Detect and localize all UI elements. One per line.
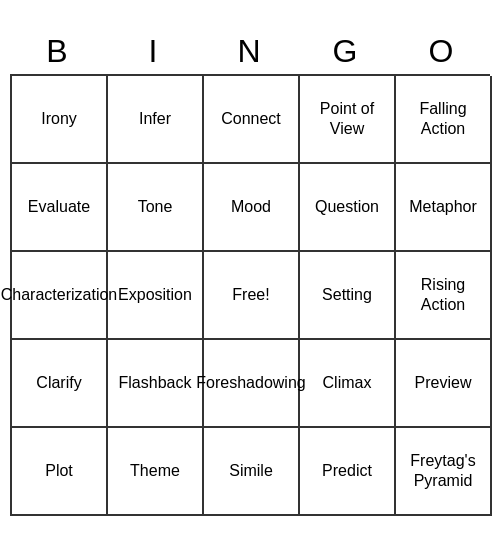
bingo-cell: Infer — [108, 76, 204, 164]
cell-text: Mood — [231, 197, 271, 216]
bingo-cell: Falling Action — [396, 76, 492, 164]
bingo-cell: Climax — [300, 340, 396, 428]
bingo-header: BINGO — [10, 29, 490, 74]
cell-text: Simile — [229, 461, 273, 480]
bingo-cell: Evaluate — [12, 164, 108, 252]
bingo-cell: Predict — [300, 428, 396, 516]
bingo-cell: Theme — [108, 428, 204, 516]
bingo-cell: Point of View — [300, 76, 396, 164]
cell-text: Theme — [130, 461, 180, 480]
bingo-cell: Foreshadowing — [204, 340, 300, 428]
bingo-cell: Clarify — [12, 340, 108, 428]
cell-text: Preview — [415, 373, 472, 392]
bingo-cell: Flashback — [108, 340, 204, 428]
cell-text: Connect — [221, 109, 281, 128]
cell-text: Free! — [232, 285, 269, 304]
cell-text: Setting — [322, 285, 372, 304]
cell-text: Evaluate — [28, 197, 90, 216]
cell-text: Point of View — [304, 99, 390, 137]
cell-text: Question — [315, 197, 379, 216]
cell-text: Clarify — [36, 373, 81, 392]
bingo-cell: Free! — [204, 252, 300, 340]
cell-text: Rising Action — [400, 275, 486, 313]
cell-text: Infer — [139, 109, 171, 128]
cell-text: Tone — [138, 197, 173, 216]
bingo-cell: Freytag's Pyramid — [396, 428, 492, 516]
cell-text: Falling Action — [400, 99, 486, 137]
bingo-grid: IronyInferConnectPoint of ViewFalling Ac… — [10, 74, 490, 516]
bingo-cell: Irony — [12, 76, 108, 164]
bingo-cell: Characterization — [12, 252, 108, 340]
bingo-cell: Connect — [204, 76, 300, 164]
cell-text: Foreshadowing — [196, 373, 305, 392]
cell-text: Predict — [322, 461, 372, 480]
header-letter: N — [202, 29, 298, 74]
header-letter: I — [106, 29, 202, 74]
bingo-cell: Question — [300, 164, 396, 252]
cell-text: Metaphor — [409, 197, 477, 216]
bingo-cell: Setting — [300, 252, 396, 340]
cell-text: Characterization — [1, 285, 118, 304]
bingo-cell: Mood — [204, 164, 300, 252]
bingo-cell: Simile — [204, 428, 300, 516]
bingo-cell: Tone — [108, 164, 204, 252]
cell-text: Plot — [45, 461, 73, 480]
bingo-cell: Metaphor — [396, 164, 492, 252]
header-letter: O — [394, 29, 490, 74]
header-letter: G — [298, 29, 394, 74]
bingo-cell: Exposition — [108, 252, 204, 340]
cell-text: Flashback — [119, 373, 192, 392]
header-letter: B — [10, 29, 106, 74]
cell-text: Irony — [41, 109, 77, 128]
bingo-cell: Rising Action — [396, 252, 492, 340]
cell-text: Freytag's Pyramid — [400, 451, 486, 489]
bingo-cell: Plot — [12, 428, 108, 516]
bingo-card: BINGO IronyInferConnectPoint of ViewFall… — [10, 29, 490, 516]
cell-text: Exposition — [118, 285, 192, 304]
bingo-cell: Preview — [396, 340, 492, 428]
cell-text: Climax — [323, 373, 372, 392]
